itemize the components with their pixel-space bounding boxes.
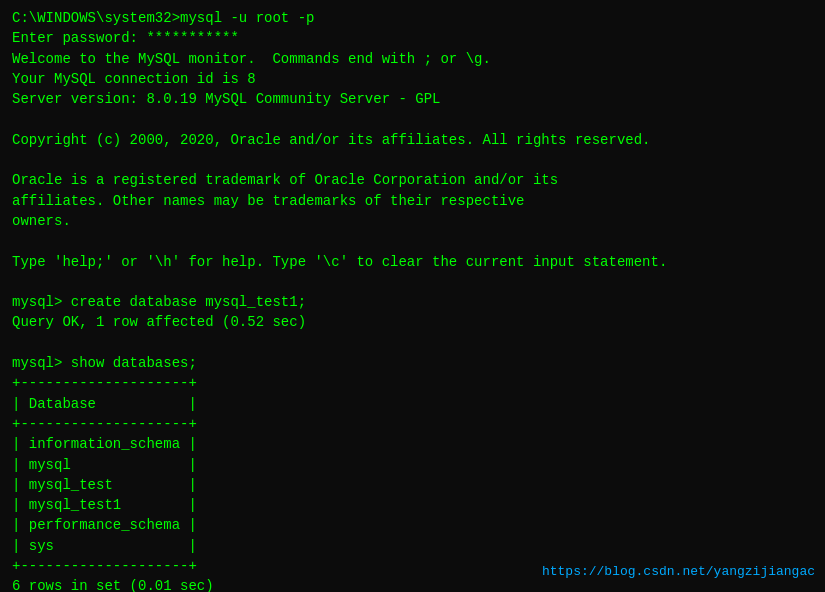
watermark: https://blog.csdn.net/yangzijiangac <box>542 563 815 582</box>
terminal-output: C:\WINDOWS\system32>mysql -u root -p Ent… <box>12 8 813 592</box>
terminal-window[interactable]: C:\WINDOWS\system32>mysql -u root -p Ent… <box>0 0 825 592</box>
